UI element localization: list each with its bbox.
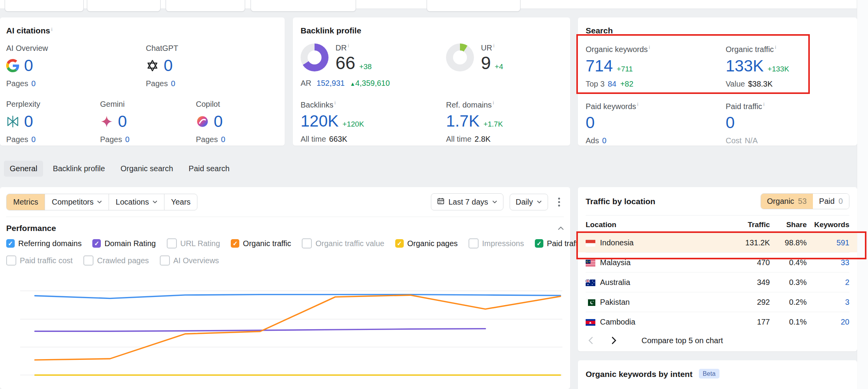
compare-top5-link[interactable]: Compare top 5 on chart bbox=[641, 336, 723, 345]
location-row-pakistan: Pakistan 292 0.2% 3 bbox=[586, 292, 849, 312]
checkbox-paid-traffic-cost[interactable]: Paid traffic cost bbox=[6, 255, 73, 266]
pages-value[interactable]: 0 bbox=[125, 135, 130, 144]
locations-segment[interactable]: Locations bbox=[109, 194, 164, 210]
copilot-icon bbox=[196, 115, 209, 128]
pages-value[interactable]: 0 bbox=[31, 79, 36, 88]
keywords-link[interactable]: 33 bbox=[807, 258, 849, 267]
paid-traffic-value[interactable]: 0 bbox=[726, 113, 735, 132]
page-scrollbar-gutter[interactable] bbox=[857, 0, 868, 389]
checkbox-ai-overviews[interactable]: AI Overviews bbox=[160, 255, 219, 266]
checkbox-crawled-pages[interactable]: Crawled pages bbox=[83, 255, 149, 266]
divider bbox=[6, 217, 564, 217]
toolbar-input-2[interactable] bbox=[87, 0, 161, 12]
divider bbox=[586, 215, 849, 215]
gemini-count[interactable]: 0 bbox=[118, 113, 127, 130]
info-icon[interactable]: i bbox=[763, 102, 764, 107]
paid-toggle-segment[interactable]: Paid0 bbox=[813, 194, 849, 209]
chevron-down-icon bbox=[97, 200, 102, 204]
checkbox-domain-rating[interactable]: Domain Rating bbox=[92, 239, 156, 248]
organic-keywords-label: Organic keywords bbox=[586, 45, 648, 54]
ads-value[interactable]: 0 bbox=[602, 136, 606, 145]
tab-general[interactable]: General bbox=[4, 161, 43, 177]
dr-delta: +38 bbox=[359, 63, 372, 71]
tab-paid-search[interactable]: Paid search bbox=[183, 161, 235, 177]
checkbox-impressions[interactable]: Impressions bbox=[469, 238, 524, 248]
keywords-link[interactable]: 591 bbox=[807, 238, 849, 247]
tab-backlink-profile[interactable]: Backlink profile bbox=[47, 161, 111, 177]
ar-value[interactable]: 152,931 bbox=[316, 79, 344, 87]
info-icon[interactable]: i bbox=[649, 45, 650, 50]
next-page-chevron-icon[interactable] bbox=[607, 334, 621, 347]
organic-toggle-segment[interactable]: Organic53 bbox=[761, 194, 813, 209]
share-value: 0.4% bbox=[770, 258, 807, 267]
info-icon[interactable]: i bbox=[775, 45, 776, 50]
traffic-by-location-title: Traffic by location bbox=[586, 197, 655, 206]
info-icon[interactable]: i bbox=[51, 27, 52, 32]
performance-card: Metrics Competitors Locations Years Last… bbox=[0, 187, 570, 389]
keywords-link[interactable]: 20 bbox=[807, 318, 849, 326]
toolbar-input-4[interactable] bbox=[251, 0, 356, 12]
toolbar-input-1[interactable] bbox=[5, 0, 84, 12]
toolbar-input-3[interactable] bbox=[166, 0, 245, 12]
info-icon[interactable]: i bbox=[637, 102, 638, 107]
info-icon[interactable]: i bbox=[493, 100, 494, 106]
column-header-share[interactable]: Share bbox=[770, 221, 807, 229]
ur-delta: +4 bbox=[495, 63, 503, 71]
organic-keywords-value[interactable]: 714 bbox=[586, 57, 613, 75]
chevron-down-icon bbox=[537, 200, 542, 204]
info-icon[interactable]: i bbox=[348, 43, 349, 49]
collapse-chevron-up-icon[interactable] bbox=[558, 225, 564, 232]
metrics-segment[interactable]: Metrics bbox=[7, 194, 45, 210]
checkbox-organic-traffic-value[interactable]: Organic traffic value bbox=[302, 238, 384, 248]
checkbox-organic-traffic[interactable]: Organic traffic bbox=[231, 239, 291, 248]
share-value: 0.3% bbox=[770, 278, 807, 287]
checkbox-paid-traffic[interactable]: Paid traffic bbox=[535, 239, 583, 248]
chatgpt-count[interactable]: 0 bbox=[164, 57, 173, 74]
prev-page-chevron-icon[interactable] bbox=[584, 334, 597, 347]
flag-cambodia-icon bbox=[586, 319, 595, 325]
column-header-traffic[interactable]: Traffic bbox=[725, 221, 770, 229]
ai-overview-count[interactable]: 0 bbox=[24, 57, 33, 74]
column-header-location[interactable]: Location bbox=[586, 221, 725, 229]
flag-malaysia-icon bbox=[586, 259, 595, 266]
column-header-keywords[interactable]: Keywords bbox=[807, 221, 849, 229]
dr-donut bbox=[301, 43, 329, 71]
pages-value[interactable]: 0 bbox=[221, 135, 225, 144]
perplexity-count[interactable]: 0 bbox=[24, 113, 33, 130]
keywords-link[interactable]: 2 bbox=[807, 278, 849, 287]
info-icon[interactable]: i bbox=[493, 43, 495, 49]
organic-traffic-value[interactable]: 133K bbox=[726, 57, 764, 75]
performance-title: Performance bbox=[6, 224, 56, 233]
location-name: Cambodia bbox=[600, 318, 635, 326]
granularity-button[interactable]: Daily bbox=[510, 194, 548, 210]
location-name: Malaysia bbox=[600, 258, 631, 267]
location-name: Australia bbox=[600, 278, 630, 287]
ai-source-label: AI Overview bbox=[6, 44, 146, 53]
ads-label: Ads bbox=[586, 136, 599, 145]
organic-paid-toggle: Organic53 Paid0 bbox=[761, 193, 849, 209]
competitors-segment[interactable]: Competitors bbox=[45, 194, 109, 210]
tab-organic-search[interactable]: Organic search bbox=[115, 161, 179, 177]
toolbar-input-5[interactable] bbox=[427, 0, 520, 12]
paid-keywords-value[interactable]: 0 bbox=[586, 113, 595, 132]
copilot-count[interactable]: 0 bbox=[214, 113, 223, 130]
backlinks-value[interactable]: 120K bbox=[301, 112, 339, 130]
years-segment[interactable]: Years bbox=[164, 194, 197, 210]
pages-value[interactable]: 0 bbox=[31, 135, 36, 144]
date-range-button[interactable]: Last 7 days bbox=[431, 193, 503, 210]
keywords-by-intent-card: Organic keywords by intent Beta bbox=[578, 360, 857, 389]
ref-domains-value[interactable]: 1.7K bbox=[446, 112, 479, 130]
keywords-link[interactable]: 3 bbox=[807, 298, 849, 307]
pages-value[interactable]: 0 bbox=[171, 79, 175, 88]
checkbox-url-rating[interactable]: URL Rating bbox=[167, 238, 220, 248]
checkbox-referring-domains[interactable]: Referring domains bbox=[6, 239, 81, 248]
checkbox-organic-pages[interactable]: Organic pages bbox=[395, 239, 458, 248]
top3-value[interactable]: 84 bbox=[608, 80, 616, 88]
traffic-value: 470 bbox=[725, 258, 770, 267]
ref-domains-delta: +1.7K bbox=[483, 120, 503, 128]
info-icon[interactable]: i bbox=[334, 100, 335, 106]
traffic-value: 131.2K bbox=[725, 238, 770, 247]
more-options-kebab-icon[interactable] bbox=[554, 194, 564, 210]
keywords-by-intent-title: Organic keywords by intent bbox=[586, 370, 692, 379]
alltime-label: All time bbox=[446, 135, 472, 143]
